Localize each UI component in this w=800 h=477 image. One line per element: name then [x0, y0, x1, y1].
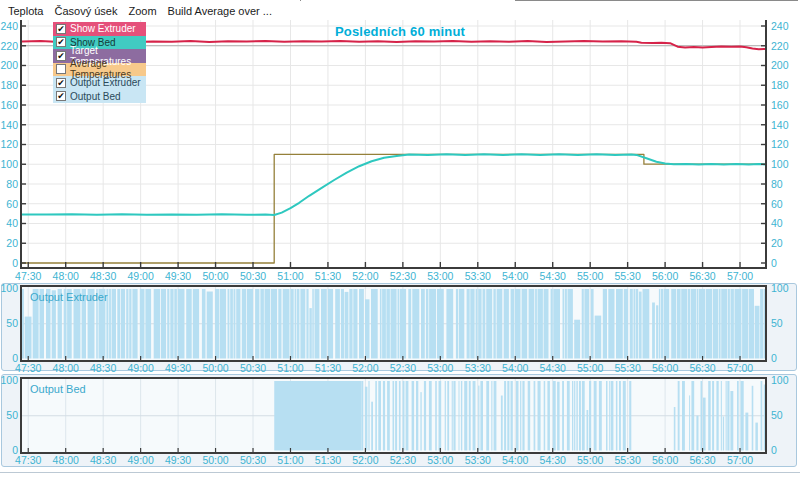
x-tick-label: 50:30 — [240, 270, 266, 282]
x-tick-label: 56:00 — [652, 362, 678, 374]
x-tick-label: 52:30 — [390, 454, 416, 466]
x-tick-label: 57:00 — [727, 362, 753, 374]
x-tick-label: 49:30 — [165, 362, 191, 374]
series-bed-target — [22, 154, 765, 263]
x-tick-label: 48:30 — [90, 270, 116, 282]
x-tick-label: 52:30 — [390, 362, 416, 374]
legend-row[interactable]: ✔ Output Bed — [53, 90, 146, 104]
x-tick-label: 56:30 — [689, 454, 715, 466]
x-tick-label: 51:30 — [315, 270, 341, 282]
x-tick-label: 51:00 — [277, 362, 303, 374]
y-tick-label: 220 — [0, 41, 18, 52]
x-tick-label: 56:30 — [689, 270, 715, 282]
y-tick-label: 0 — [771, 353, 777, 364]
y-tick-label: 50 — [771, 318, 783, 329]
y-tick-label: 50 — [771, 410, 783, 421]
x-tick-label: 55:00 — [577, 270, 603, 282]
x-tick-label: 49:00 — [127, 454, 153, 466]
legend-checkbox[interactable] — [56, 64, 66, 74]
y-tick-label: 120 — [771, 139, 789, 150]
x-tick-label: 56:30 — [689, 362, 715, 374]
x-tick-label: 54:30 — [540, 362, 566, 374]
y-tick-label: 160 — [771, 100, 789, 111]
x-tick-label: 50:30 — [240, 454, 266, 466]
y-tick-label: 200 — [0, 60, 18, 71]
menu-bar: Teplota Časový úsek Zoom Build Average o… — [0, 1, 800, 20]
y-tick-label: 40 — [771, 218, 783, 229]
legend-row[interactable]: ✔ Show Extruder — [53, 22, 146, 36]
chart-legend: ✔ Show Extruder ✔ Show Bed ✔ Target Temp… — [53, 22, 146, 103]
y-tick-label: 200 — [771, 60, 789, 71]
x-tick-label: 52:00 — [352, 454, 378, 466]
y-tick-label: 100 — [771, 375, 789, 386]
x-tick-label: 53:30 — [465, 270, 491, 282]
output-bed-plot[interactable] — [20, 377, 767, 454]
panel-bottom-edge — [0, 472, 800, 473]
x-tick-label: 55:30 — [614, 270, 640, 282]
x-tick-label: 54:30 — [540, 454, 566, 466]
y-tick-label: 140 — [771, 120, 789, 131]
output-extruder-plot[interactable] — [20, 285, 767, 362]
x-tick-label: 56:00 — [652, 454, 678, 466]
y-tick-label: 0 — [771, 258, 777, 269]
x-tick-label: 49:30 — [165, 270, 191, 282]
x-tick-label: 52:30 — [390, 270, 416, 282]
y-tick-label: 60 — [0, 199, 18, 210]
x-tick-label: 54:00 — [502, 270, 528, 282]
legend-row[interactable]: Average Temperatures — [53, 63, 146, 77]
x-tick-label: 53:30 — [465, 454, 491, 466]
legend-checkbox[interactable]: ✔ — [56, 78, 66, 88]
x-tick-label: 51:00 — [277, 454, 303, 466]
x-tick-label: 54:00 — [502, 454, 528, 466]
legend-label: Show Extruder — [70, 23, 136, 34]
x-tick-label: 49:00 — [127, 270, 153, 282]
y-tick-label: 80 — [0, 179, 18, 190]
x-tick-label: 52:00 — [352, 270, 378, 282]
x-tick-label: 50:00 — [202, 362, 228, 374]
x-tick-label: 50:00 — [202, 454, 228, 466]
y-tick-label: 240 — [771, 21, 789, 32]
legend-checkbox[interactable]: ✔ — [56, 24, 66, 34]
y-tick-label: 100 — [0, 375, 18, 386]
output-bed-canvas — [22, 379, 765, 452]
x-tick-label: 48:30 — [90, 454, 116, 466]
x-tick-label: 51:30 — [315, 362, 341, 374]
x-tick-label: 57:00 — [727, 270, 753, 282]
x-tick-label: 48:00 — [53, 270, 79, 282]
temperature-monitor-app: { "menu": { "items": [ {"label": "Teplot… — [0, 0, 800, 477]
y-tick-label: 240 — [0, 21, 18, 32]
legend-checkbox[interactable]: ✔ — [56, 37, 66, 47]
y-tick-label: 100 — [771, 283, 789, 294]
y-tick-label: 0 — [771, 445, 777, 456]
legend-checkbox[interactable]: ✔ — [56, 51, 66, 61]
menu-teplota[interactable]: Teplota — [8, 5, 43, 17]
x-tick-label: 48:30 — [90, 362, 116, 374]
legend-row[interactable]: ✔ Output Extruder — [53, 76, 146, 90]
x-tick-label: 53:30 — [465, 362, 491, 374]
legend-label: Output Bed — [70, 91, 121, 102]
x-tick-label: 57:00 — [727, 454, 753, 466]
legend-checkbox[interactable]: ✔ — [56, 91, 66, 101]
x-tick-label: 49:30 — [165, 454, 191, 466]
menu-casovy-usek[interactable]: Časový úsek — [54, 5, 117, 17]
y-tick-label: 80 — [771, 179, 783, 190]
x-tick-label: 50:00 — [202, 270, 228, 282]
output-extruder-canvas — [22, 287, 765, 360]
y-tick-label: 140 — [0, 120, 18, 131]
y-tick-label: 20 — [0, 238, 18, 249]
x-tick-label: 55:00 — [577, 362, 603, 374]
x-tick-label: 49:00 — [127, 362, 153, 374]
x-tick-label: 53:00 — [427, 362, 453, 374]
x-tick-label: 51:30 — [315, 454, 341, 466]
y-tick-label: 180 — [0, 80, 18, 91]
y-tick-label: 100 — [0, 283, 18, 294]
menu-build-average[interactable]: Build Average over ... — [168, 5, 272, 17]
menu-zoom[interactable]: Zoom — [128, 5, 156, 17]
x-tick-label: 53:00 — [427, 454, 453, 466]
x-tick-label: 54:30 — [540, 270, 566, 282]
x-tick-label: 55:30 — [614, 362, 640, 374]
y-tick-label: 160 — [0, 100, 18, 111]
y-tick-label: 100 — [771, 159, 789, 170]
y-tick-label: 50 — [0, 318, 18, 329]
x-tick-label: 47:30 — [15, 270, 41, 282]
